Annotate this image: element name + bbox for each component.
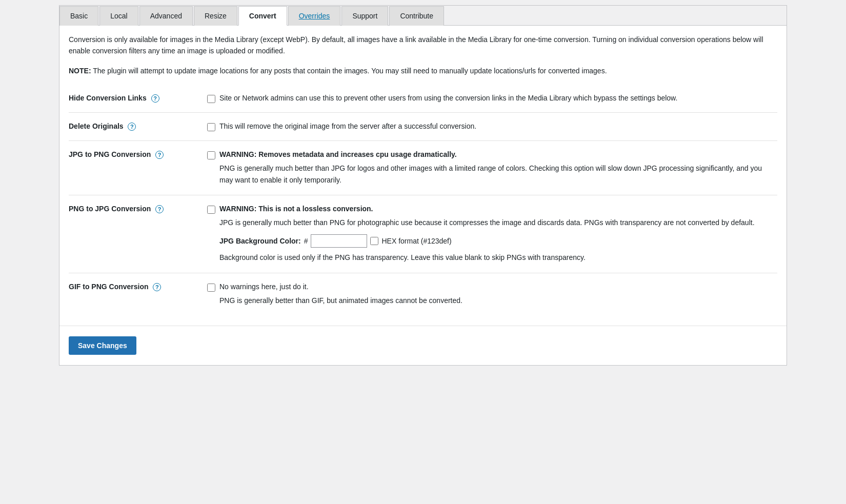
tab-overrides[interactable]: Overrides [288,6,341,26]
save-section: Save Changes [59,326,787,365]
jpg-bg-color-input[interactable] [311,234,367,248]
field-jpg-to-png: WARNING: Removes metadata and increases … [207,141,777,195]
intro-paragraph-1: Conversion is only available for images … [69,34,777,57]
label-delete-originals: Delete Originals ? [69,113,207,141]
help-icon-gif-to-png[interactable]: ? [153,283,161,291]
jpg-bg-label: JPG Background Color: [219,237,301,245]
label-png-to-jpg: PNG to JPG Conversion ? [69,195,207,273]
checkbox-row-gif-png: No warnings here, just do it. [207,283,771,292]
label-jpg-to-png: JPG to PNG Conversion ? [69,141,207,195]
page-wrapper: Basic Local Advanced Resize Convert Over… [0,0,846,504]
tabs-bar: Basic Local Advanced Resize Convert Over… [59,6,787,26]
tab-contribute[interactable]: Contribute [389,6,444,26]
warning-png-to-jpg: WARNING: This is not a lossless conversi… [219,205,373,213]
field-gif-to-png: No warnings here, just do it. PNG is gen… [207,273,777,315]
desc-delete-originals: This will remove the original image from… [219,122,476,130]
jpg-bg-row: JPG Background Color: # HEX format (#123… [207,234,771,248]
tab-advanced[interactable]: Advanced [139,6,193,26]
hex-format-label: HEX format (#123def) [381,237,451,245]
row-hide-conversion-links: Hide Conversion Links ? Site or Network … [69,85,777,113]
tab-support[interactable]: Support [341,6,388,26]
help-icon-jpg-to-png[interactable]: ? [155,151,164,159]
intro-line1: Conversion is only available for images … [69,35,763,55]
hex-format-checkbox[interactable] [370,237,378,245]
tab-basic[interactable]: Basic [59,6,98,26]
checkbox-jpg-to-png[interactable] [207,151,215,159]
desc-jpg-to-png: PNG is generally much better than JPG fo… [207,163,771,186]
label-gif-to-png: GIF to PNG Conversion ? [69,273,207,315]
desc-hide-conversion-links: Site or Network admins can use this to p… [219,94,677,102]
tab-convert[interactable]: Convert [238,6,287,26]
settings-table: Hide Conversion Links ? Site or Network … [69,85,777,315]
tab-resize[interactable]: Resize [194,6,237,26]
checkbox-row-hide: Site or Network admins can use this to p… [207,94,771,103]
main-container: Basic Local Advanced Resize Convert Over… [59,5,787,366]
label-hide-conversion-links: Hide Conversion Links ? [69,85,207,113]
field-hide-conversion-links: Site or Network admins can use this to p… [207,85,777,113]
tab-local[interactable]: Local [99,6,138,26]
warning-jpg-to-png: WARNING: Removes metadata and increases … [219,150,457,158]
desc-gif-to-png: No warnings here, just do it. [219,283,309,291]
row-png-to-jpg: PNG to JPG Conversion ? WARNING: This is… [69,195,777,273]
help-icon-png-to-jpg[interactable]: ? [155,205,164,213]
help-icon-delete-originals[interactable]: ? [128,123,136,131]
checkbox-png-to-jpg[interactable] [207,206,215,214]
intro-note-label: NOTE: [69,67,91,75]
checkbox-row-delete: This will remove the original image from… [207,122,771,131]
hash-sign: # [304,237,308,245]
checkbox-delete-originals[interactable] [207,123,215,131]
help-icon-hide-conversion-links[interactable]: ? [151,94,159,103]
checkbox-gif-to-png[interactable] [207,284,215,292]
intro-line2: The plugin will attempt to update image … [91,67,607,75]
row-jpg-to-png: JPG to PNG Conversion ? WARNING: Removes… [69,141,777,195]
row-gif-to-png: GIF to PNG Conversion ? No warnings here… [69,273,777,315]
checkbox-row-png-jpg: WARNING: This is not a lossless conversi… [207,205,771,214]
intro-paragraph-2: NOTE: The plugin will attempt to update … [69,65,777,76]
save-changes-button[interactable]: Save Changes [69,336,136,355]
field-delete-originals: This will remove the original image from… [207,113,777,141]
desc-png-to-jpg: JPG is generally much better than PNG fo… [207,217,771,228]
sub-desc-gif-to-png: PNG is generally better than GIF, but an… [207,295,771,306]
row-delete-originals: Delete Originals ? This will remove the … [69,113,777,141]
field-png-to-jpg: WARNING: This is not a lossless conversi… [207,195,777,273]
checkbox-row-jpg-png: WARNING: Removes metadata and increases … [207,150,771,159]
checkbox-hide-conversion-links[interactable] [207,95,215,103]
content-area: Conversion is only available for images … [59,26,787,326]
bg-note: Background color is used only if the PNG… [207,252,771,263]
